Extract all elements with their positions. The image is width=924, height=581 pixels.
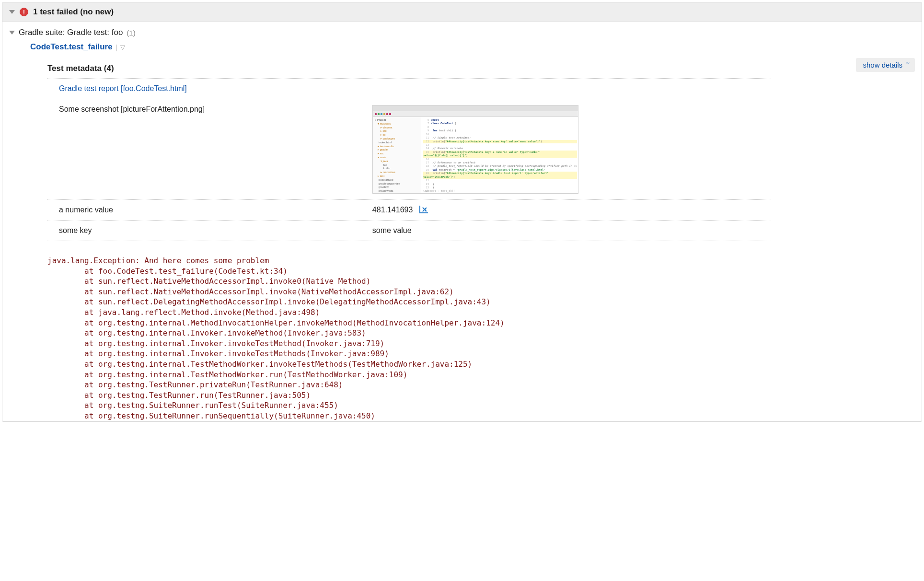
- chart-icon[interactable]: [419, 206, 428, 213]
- error-icon: !: [20, 8, 28, 16]
- stacktrace: java.lang.Exception: And here comes some…: [47, 256, 915, 421]
- metadata-value: 481.141693: [372, 206, 771, 214]
- test-name-link[interactable]: CodeTest.test_failure: [30, 42, 113, 52]
- suite-row[interactable]: Gradle suite: Gradle test: foo (1): [2, 22, 922, 40]
- test-row: CodeTest.test_failure | ▽: [2, 40, 922, 55]
- gradle-report-link[interactable]: Gradle test report [foo.CodeTest.html]: [59, 84, 187, 93]
- metadata-value: [372, 84, 771, 93]
- numeric-value: 481.141693: [372, 206, 413, 214]
- metadata-key: a numeric value: [59, 206, 372, 214]
- suite-count: (1): [127, 29, 135, 37]
- metadata-key: Some screenshot [pictureForAttention.png…: [59, 105, 372, 194]
- metadata-block: Test metadata (4) Gradle test report [fo…: [30, 58, 915, 241]
- metadata-key: Gradle test report [foo.CodeTest.html]: [59, 84, 372, 93]
- header-title: 1 test failed (no new): [33, 7, 114, 17]
- test-menu-caret[interactable]: ▽: [120, 44, 125, 51]
- suite-label: Gradle suite: Gradle test: foo: [19, 28, 123, 37]
- metadata-title: Test metadata (4): [47, 64, 771, 73]
- chevron-double-down-icon: ˅˅: [905, 61, 908, 69]
- metadata-value: ▸ Project ▾ modules ▸ classes ▸ src ▸ li…: [372, 105, 771, 194]
- failed-tests-header[interactable]: ! 1 test failed (no new): [2, 2, 922, 22]
- metadata-value: some value: [372, 226, 771, 235]
- show-details-button[interactable]: show details ˅˅: [856, 58, 915, 72]
- collapse-triangle-icon[interactable]: [9, 31, 15, 35]
- metadata-row: a numeric value 481.141693: [47, 199, 771, 220]
- metadata-table: Gradle test report [foo.CodeTest.html] S…: [47, 78, 771, 241]
- metadata-row: Some screenshot [pictureForAttention.png…: [47, 99, 771, 199]
- test-details-panel: show details ˅˅ Test metadata (4) Gradle…: [30, 58, 915, 421]
- test-results-panel: ! 1 test failed (no new) Gradle suite: G…: [2, 2, 922, 422]
- collapse-triangle-icon[interactable]: [9, 10, 15, 14]
- metadata-row: Gradle test report [foo.CodeTest.html]: [47, 78, 771, 99]
- screenshot-thumbnail[interactable]: ▸ Project ▾ modules ▸ classes ▸ src ▸ li…: [372, 105, 578, 194]
- show-details-label: show details: [863, 61, 902, 69]
- metadata-key: some key: [59, 226, 372, 235]
- metadata-row: some key some value: [47, 220, 771, 241]
